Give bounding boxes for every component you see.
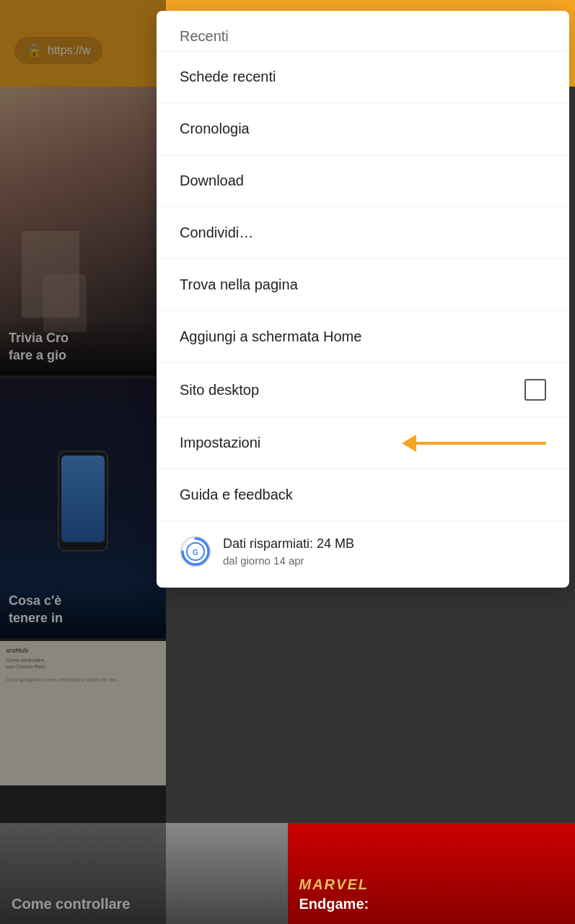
arrow-head-icon [402,435,416,452]
data-info: Dati risparmiati: 24 MB dal giorno 14 ap… [223,536,354,567]
menu-item-cronologia[interactable]: Cronologia [157,103,569,155]
recenti-label: Recenti [180,28,229,44]
trova-pagina-label: Trova nella pagina [180,276,298,293]
condividi-label: Condividi… [180,225,253,241]
guida-feedback-label: Guida e feedback [180,487,293,503]
menu-item-sito-desktop[interactable]: Sito desktop [157,363,569,417]
arrow-line [416,442,546,445]
menu-item-trova-pagina[interactable]: Trova nella pagina [157,259,569,311]
download-label: Download [180,173,244,189]
menu-item-impostazioni[interactable]: Impostazioni [157,417,569,469]
data-savings-item: G Dati risparmiati: 24 MB dal giorno 14 … [157,521,569,582]
menu-item-recenti[interactable]: Recenti [157,17,569,51]
menu-item-aggiungi-home[interactable]: Aggiungi a schermata Home [157,311,569,363]
data-savings-title: Dati risparmiati: 24 MB [223,536,354,552]
background-overlay [0,0,166,924]
sito-desktop-checkbox[interactable] [524,379,546,401]
aggiungi-home-label: Aggiungi a schermata Home [180,328,361,345]
menu-item-download[interactable]: Download [157,155,569,207]
dropdown-menu: Recenti Schede recenti Cronologia Downlo… [157,11,569,588]
impostazioni-label: Impostazioni [180,435,260,451]
bottom-card-right: MARVEL Endgame: [288,823,576,924]
sito-desktop-label: Sito desktop [180,382,259,398]
data-savings-icon: G [180,536,211,567]
arrow-annotation [402,435,546,452]
schede-recenti-label: Schede recenti [180,69,276,85]
bottom-title-right: Endgame: [299,896,369,912]
cronologia-label: Cronologia [180,121,250,137]
menu-item-condividi[interactable]: Condividi… [157,207,569,259]
svg-text:G: G [193,549,198,557]
menu-item-schede-recenti[interactable]: Schede recenti [157,51,569,103]
menu-item-guida-feedback[interactable]: Guida e feedback [157,469,569,521]
data-savings-subtitle: dal giorno 14 apr [223,554,354,567]
